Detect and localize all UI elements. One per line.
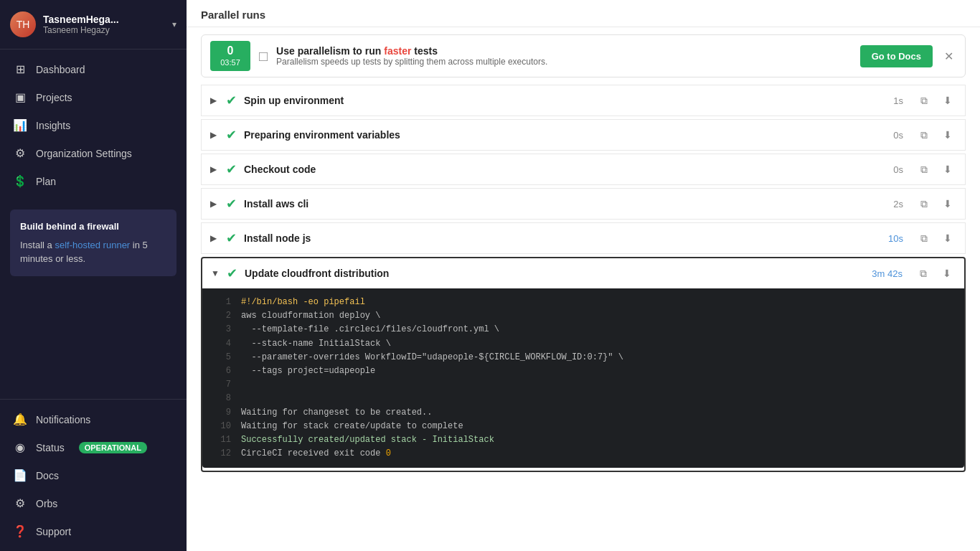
firewall-body: Install a (20, 240, 55, 250)
step-check-icon: ✔ (226, 93, 237, 108)
sidebar-item-label: Docs (36, 470, 59, 481)
section-title: Parallel runs (187, 0, 980, 27)
step-download-button[interactable]: ⬇ (939, 162, 956, 176)
sidebar-item-dashboard[interactable]: ⊞ Dashboard (0, 55, 187, 83)
sidebar-item-notifications[interactable]: 🔔 Notifications (0, 405, 187, 433)
line-number: 4 (211, 337, 231, 351)
org-settings-icon: ⚙ (13, 146, 27, 160)
code-line: 3 --template-file .circleci/files/cloudf… (202, 323, 964, 336)
line-number: 9 (211, 406, 231, 420)
step-check-icon: ✔ (226, 230, 237, 246)
step-row-prep-env: ▶✔Preparing environment variables0s⧉⬇ (201, 119, 966, 151)
code-text: --stack-name InitialStack \ (241, 337, 391, 351)
sidebar-item-label: Projects (36, 92, 72, 103)
step-name: Install node js (244, 232, 875, 244)
step-external-link-button[interactable]: ⧉ (916, 162, 932, 177)
step-download-button[interactable]: ⬇ (938, 266, 956, 281)
step-time: 2s (882, 199, 903, 209)
code-line: 1#!/bin/bash -eo pipefail (202, 296, 964, 309)
step-download-button[interactable]: ⬇ (939, 197, 956, 211)
line-number: 10 (211, 420, 231, 433)
code-line: 8 (202, 392, 964, 405)
step-header-prep-env[interactable]: ▶✔Preparing environment variables0s⧉⬇ (202, 120, 965, 150)
step-chevron-icon: ▶ (210, 233, 219, 243)
step-download-button[interactable]: ⬇ (939, 93, 956, 108)
banner-title: Use parallelism to run faster tests (276, 45, 852, 57)
sidebar-item-plan[interactable]: 💲 Plan (0, 167, 187, 195)
user-name: TasneemHega... (43, 14, 165, 25)
orbs-icon: ⚙ (13, 496, 27, 510)
step-external-link-button[interactable]: ⧉ (916, 197, 932, 212)
step-external-link-button[interactable]: ⧉ (916, 128, 932, 143)
code-text: --parameter-overrides WorkflowID="udapeo… (241, 351, 623, 364)
nav-top: ⊞ Dashboard ▣ Projects 📊 Insights ⚙ Orga… (0, 50, 187, 201)
step-name: Spin up environment (244, 95, 875, 106)
plan-icon: 💲 (13, 174, 27, 188)
step-download-button[interactable]: ⬇ (939, 231, 956, 245)
support-icon: ❓ (13, 524, 27, 538)
cube-icon: □ (259, 48, 268, 65)
step-chevron-icon: ▶ (210, 164, 219, 174)
banner-highlight: faster (384, 45, 411, 57)
step-check-icon: ✔ (227, 265, 237, 281)
code-text: Successfully created/updated stack - Ini… (241, 433, 494, 447)
code-text: aws cloudformation deploy \ (241, 309, 380, 323)
docs-icon: 📄 (13, 468, 27, 482)
step-header-checkout[interactable]: ▶✔Checkout code0s⧉⬇ (202, 154, 965, 184)
sidebar-item-orbs[interactable]: ⚙ Orbs (0, 489, 187, 517)
step-row-cloudfront: ▼✔Update cloudfront distribution3m 42s⧉⬇… (201, 257, 966, 472)
line-number: 7 (211, 378, 231, 392)
step-time: 0s (882, 164, 903, 175)
sidebar-item-label: Insights (36, 120, 70, 131)
dashboard-icon: ⊞ (13, 62, 27, 76)
self-hosted-runner-link[interactable]: self-hosted runner (55, 240, 130, 250)
sidebar-item-insights[interactable]: 📊 Insights (0, 111, 187, 139)
line-number: 6 (211, 364, 231, 378)
sidebar-item-label: Notifications (36, 414, 90, 425)
step-header-spin-up[interactable]: ▶✔Spin up environment1s⧉⬇ (202, 85, 965, 116)
code-text: --tags project=udapeople (241, 364, 375, 378)
sidebar-item-docs[interactable]: 📄 Docs (0, 461, 187, 489)
code-line: 6 --tags project=udapeople (202, 364, 964, 378)
step-row-spin-up: ▶✔Spin up environment1s⧉⬇ (201, 85, 966, 116)
step-list: ▶✔Spin up environment1s⧉⬇▶✔Preparing env… (187, 85, 980, 475)
line-number: 2 (211, 309, 231, 323)
step-name: Update cloudfront distribution (245, 268, 864, 279)
notifications-icon: 🔔 (13, 413, 27, 426)
step-time: 3m 42s (872, 268, 903, 279)
go-to-docs-button[interactable]: Go to Docs (860, 45, 933, 67)
step-name: Preparing environment variables (244, 129, 875, 141)
line-number: 8 (211, 392, 231, 405)
parallel-time: 03:57 (220, 58, 240, 67)
sidebar-item-label: Plan (36, 176, 56, 187)
close-banner-button[interactable]: ✕ (941, 47, 956, 66)
line-number: 12 (211, 447, 231, 461)
code-line: 9Waiting for changeset to be created.. (202, 406, 964, 420)
code-text: CircleCI received exit code 0 (241, 447, 391, 461)
code-text: #!/bin/bash -eo pipefail (241, 296, 365, 309)
step-external-link-button[interactable]: ⧉ (915, 266, 931, 281)
code-text: --template-file .circleci/files/cloudfro… (241, 323, 499, 336)
firewall-title: Build behind a firewall (20, 220, 166, 234)
step-row-node-js: ▶✔Install node js10s⧉⬇ (201, 222, 966, 254)
step-download-button[interactable]: ⬇ (939, 128, 956, 142)
status-badge: OPERATIONAL (79, 442, 147, 453)
step-header-node-js[interactable]: ▶✔Install node js10s⧉⬇ (202, 223, 965, 253)
step-header-cloudfront[interactable]: ▼✔Update cloudfront distribution3m 42s⧉⬇ (202, 258, 964, 288)
sidebar-item-org-settings[interactable]: ⚙ Organization Settings (0, 139, 187, 167)
step-check-icon: ✔ (226, 161, 237, 177)
parallel-count-box: 0 03:57 (210, 41, 250, 71)
projects-icon: ▣ (13, 90, 27, 104)
sidebar-item-projects[interactable]: ▣ Projects (0, 83, 187, 111)
user-menu[interactable]: TH TasneemHega... Tasneem Hegazy ▾ (0, 0, 187, 50)
step-time: 1s (882, 95, 903, 106)
line-number: 11 (211, 433, 231, 447)
step-name: Checkout code (244, 164, 875, 175)
step-time: 0s (882, 130, 903, 141)
step-header-aws-cli[interactable]: ▶✔Install aws cli2s⧉⬇ (202, 189, 965, 219)
step-chevron-icon: ▼ (211, 268, 220, 278)
step-external-link-button[interactable]: ⧉ (916, 231, 932, 246)
step-external-link-button[interactable]: ⧉ (916, 93, 932, 108)
sidebar-item-status[interactable]: ◉ Status OPERATIONAL (0, 433, 187, 461)
sidebar-item-support[interactable]: ❓ Support (0, 517, 187, 545)
